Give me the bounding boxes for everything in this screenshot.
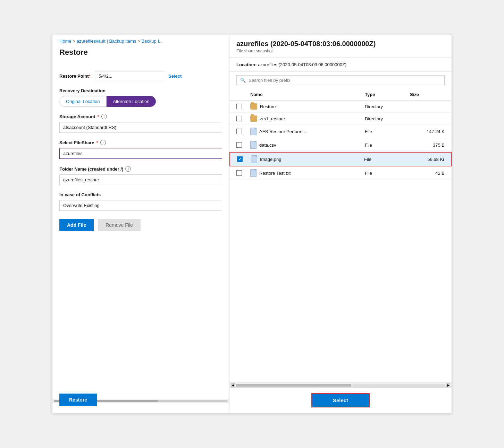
table-row[interactable]: zrs1_restore Directory [229,113,452,125]
row-type: File [365,143,410,148]
search-row: 🔍 [229,72,452,89]
folder-icon [250,115,257,122]
h-scroll-area[interactable] [236,384,445,387]
recovery-destination-label: Recovery Destination [59,88,222,93]
row-size: 375 B [410,143,445,148]
fileshare-info-icon[interactable]: i [100,140,106,145]
row-checkbox-cell [236,129,250,134]
row-size: 56.68 Ki [409,157,444,162]
table-header: Name Type Size [229,89,452,101]
storage-account-info-icon[interactable]: i [101,114,107,119]
row-name: zrs1_restore [260,116,285,121]
row-type: Directory [365,104,410,109]
row-checkbox-cell [237,156,251,162]
page-title: Restore [59,48,222,57]
row-name: data.csv [259,143,276,148]
search-input[interactable] [249,78,441,83]
header-checkbox-spacer [236,92,250,97]
add-file-button[interactable]: Add File [59,219,94,231]
right-subtitle: File share snapshot [236,49,445,53]
row-checkbox[interactable] [236,170,242,176]
table-row-selected[interactable]: Image.png File 56.68 Ki [229,152,452,166]
breadcrumb-current[interactable]: Backup I... [141,38,162,44]
file-icon [250,141,257,149]
row-name-cell: Image.png [251,155,364,163]
file-icon [251,155,257,163]
conflicts-label: In case of Conflicts [59,192,222,197]
row-type: Directory [365,116,410,121]
restore-point-row: Restore Point * 5/4/2... Select [59,71,222,81]
h-scroll-left-arrow[interactable]: ◀ [231,383,235,387]
right-header: azurefiles (2020-05-04T08:03:06.0000000Z… [229,35,452,58]
h-scroll-thumb [236,384,351,387]
restore-point-value: 5/4/2... [95,71,164,81]
fileshare-required: * [96,140,98,145]
folder-name-input[interactable] [59,174,222,185]
folder-name-info-icon[interactable]: i [125,166,131,172]
row-name: Restore [260,104,276,109]
header-type: Type [365,92,410,97]
breadcrumb-home[interactable]: Home [59,38,72,44]
h-scroll-right-arrow[interactable]: ▶ [446,383,450,387]
left-content: Restore Restore Point * 5/4/2... Select … [52,46,229,399]
breadcrumb-sep1: > [73,39,75,44]
fileshare-field: Select FileShare * i [59,140,222,159]
row-name-cell: Restore Test.txt [250,169,365,177]
restore-point-label: Restore Point [59,74,89,79]
original-location-option[interactable]: Original Location [59,96,107,107]
right-footer: Select [229,387,452,413]
recovery-destination-field: Recovery Destination Original Location A… [59,88,222,107]
row-type: File [365,171,410,176]
breadcrumb-sep2: > [137,39,140,44]
fileshare-input[interactable] [59,148,222,159]
row-size: 147.24 K [410,129,445,134]
row-checkbox-cell [236,116,250,121]
storage-account-label: Storage Account * i [59,114,222,119]
row-name-cell: AFS Restore Perform... [250,128,365,135]
right-title: azurefiles (2020-05-04T08:03:06.0000000Z… [236,40,445,48]
location-value: azurefiles (2020-05-04T08:03:06.0000000Z… [258,62,346,67]
row-checkbox[interactable] [236,104,242,109]
search-box: 🔍 [236,75,445,85]
storage-account-required: * [98,114,99,119]
row-size: 42 B [410,171,445,176]
row-type: File [365,129,410,134]
bottom-buttons: Add File Remove File [59,219,222,231]
storage-account-input[interactable] [59,122,222,133]
restore-footer: Restore [52,403,229,413]
conflicts-field: In case of Conflicts Overwrite Existing [59,192,222,211]
divider-top [59,64,222,64]
table-row[interactable]: Restore Test.txt File 42 B [229,166,452,180]
restore-button[interactable]: Restore [59,394,97,406]
storage-account-field: Storage Account * i [59,114,222,133]
recovery-destination-group: Original Location Alternate Location [59,96,222,107]
h-scrollbar[interactable]: ◀ ▶ [229,382,452,387]
row-checkbox[interactable] [236,116,242,121]
breadcrumb-vault[interactable]: azurefilesvault | Backup items [77,38,136,44]
remove-file-button[interactable]: Remove File [98,219,141,231]
row-checkbox[interactable] [236,142,242,148]
fileshare-label: Select FileShare * i [59,140,222,145]
folder-icon [250,103,257,110]
right-panel: azurefiles (2020-05-04T08:03:06.0000000Z… [229,35,452,413]
row-checkbox-cell [236,104,250,109]
row-type: File [364,157,409,162]
row-checkbox[interactable] [236,129,242,134]
select-button[interactable]: Select [311,393,370,407]
table-row[interactable]: AFS Restore Perform... File 147.24 K [229,125,452,138]
row-name: AFS Restore Perform... [259,129,306,134]
restore-point-select-link[interactable]: Select [168,74,182,79]
table-row[interactable]: data.csv File 375 B [229,138,452,152]
row-checkbox-cell [236,142,250,148]
header-name: Name [250,92,365,97]
alternate-location-option[interactable]: Alternate Location [107,96,156,107]
row-name-cell: Restore [250,103,365,110]
conflicts-select[interactable]: Overwrite Existing [59,200,222,211]
row-checkbox-checked[interactable] [237,156,243,162]
folder-name-label: Folder Name (created under /) i [59,166,222,172]
left-panel: Home > azurefilesvault | Backup items > … [52,35,229,413]
restore-point-required: * [89,74,91,79]
header-size: Size [410,92,445,97]
table-row[interactable]: Restore Directory [229,101,452,113]
row-name: Image.png [260,157,281,162]
